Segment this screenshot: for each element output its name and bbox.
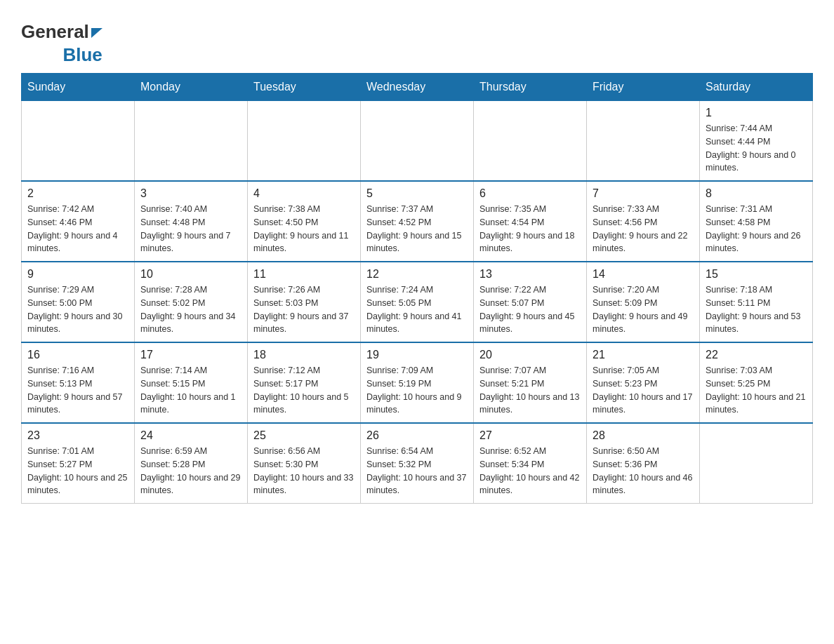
calendar-cell: 3Sunrise: 7:40 AMSunset: 4:48 PMDaylight… (135, 181, 248, 262)
calendar-cell: 19Sunrise: 7:09 AMSunset: 5:19 PMDayligh… (361, 342, 474, 423)
day-number: 21 (593, 349, 694, 361)
day-info: Sunrise: 7:01 AMSunset: 5:27 PMDaylight:… (27, 445, 128, 497)
logo-blue: Blue (62, 44, 102, 66)
day-number: 13 (479, 268, 581, 281)
calendar-cell: 15Sunrise: 7:18 AMSunset: 5:11 PMDayligh… (700, 262, 813, 342)
day-number: 26 (366, 429, 468, 442)
day-number: 27 (479, 429, 581, 442)
day-info: Sunrise: 6:52 AMSunset: 5:34 PMDaylight:… (479, 445, 581, 497)
calendar-cell: 8Sunrise: 7:31 AMSunset: 4:58 PMDaylight… (700, 181, 813, 262)
day-info: Sunrise: 7:37 AMSunset: 4:52 PMDaylight:… (366, 203, 468, 255)
day-number: 4 (253, 187, 355, 200)
calendar-week-row: 1Sunrise: 7:44 AMSunset: 4:44 PMDaylight… (22, 101, 813, 182)
day-number: 28 (593, 429, 694, 442)
calendar-cell: 22Sunrise: 7:03 AMSunset: 5:25 PMDayligh… (700, 342, 813, 423)
calendar-cell: 17Sunrise: 7:14 AMSunset: 5:15 PMDayligh… (135, 342, 248, 423)
day-info: Sunrise: 7:29 AMSunset: 5:00 PMDaylight:… (27, 283, 128, 336)
day-number: 23 (27, 429, 128, 442)
day-number: 17 (140, 349, 241, 361)
calendar-cell: 5Sunrise: 7:37 AMSunset: 4:52 PMDaylight… (361, 181, 474, 262)
calendar-cell: 9Sunrise: 7:29 AMSunset: 5:00 PMDaylight… (22, 262, 135, 342)
calendar-cell: 21Sunrise: 7:05 AMSunset: 5:23 PMDayligh… (587, 342, 700, 423)
calendar-cell: 6Sunrise: 7:35 AMSunset: 4:54 PMDaylight… (474, 181, 587, 262)
day-info: Sunrise: 6:50 AMSunset: 5:36 PMDaylight:… (593, 445, 694, 497)
day-info: Sunrise: 7:05 AMSunset: 5:23 PMDaylight:… (593, 364, 694, 417)
weekday-header-saturday: Saturday (700, 74, 813, 101)
calendar-cell (135, 101, 248, 182)
calendar-cell: 1Sunrise: 7:44 AMSunset: 4:44 PMDaylight… (700, 101, 813, 182)
day-info: Sunrise: 7:33 AMSunset: 4:56 PMDaylight:… (593, 203, 694, 255)
day-number: 18 (253, 349, 355, 361)
day-number: 2 (27, 187, 128, 200)
calendar-table: SundayMondayTuesdayWednesdayThursdayFrid… (21, 73, 813, 504)
calendar-cell: 10Sunrise: 7:28 AMSunset: 5:02 PMDayligh… (135, 262, 248, 342)
day-info: Sunrise: 7:38 AMSunset: 4:50 PMDaylight:… (253, 203, 355, 255)
day-info: Sunrise: 7:09 AMSunset: 5:19 PMDaylight:… (366, 364, 468, 417)
day-number: 16 (27, 349, 128, 361)
day-number: 22 (706, 349, 807, 361)
day-number: 6 (479, 187, 581, 200)
day-number: 3 (140, 187, 241, 200)
calendar-cell: 13Sunrise: 7:22 AMSunset: 5:07 PMDayligh… (474, 262, 587, 342)
day-info: Sunrise: 7:03 AMSunset: 5:25 PMDaylight:… (706, 364, 807, 417)
calendar-cell: 20Sunrise: 7:07 AMSunset: 5:21 PMDayligh… (474, 342, 587, 423)
day-number: 5 (366, 187, 468, 200)
day-info: Sunrise: 7:42 AMSunset: 4:46 PMDaylight:… (27, 203, 128, 255)
day-info: Sunrise: 7:24 AMSunset: 5:05 PMDaylight:… (366, 283, 468, 336)
calendar-cell: 18Sunrise: 7:12 AMSunset: 5:17 PMDayligh… (248, 342, 361, 423)
calendar-cell: 2Sunrise: 7:42 AMSunset: 4:46 PMDaylight… (22, 181, 135, 262)
calendar-cell: 26Sunrise: 6:54 AMSunset: 5:32 PMDayligh… (361, 423, 474, 504)
logo-general: General (21, 21, 89, 43)
day-info: Sunrise: 6:54 AMSunset: 5:32 PMDaylight:… (366, 445, 468, 497)
day-number: 11 (253, 268, 355, 281)
day-number: 9 (27, 268, 128, 281)
weekday-header-tuesday: Tuesday (248, 74, 361, 101)
day-info: Sunrise: 6:56 AMSunset: 5:30 PMDaylight:… (253, 445, 355, 497)
calendar-cell: 16Sunrise: 7:16 AMSunset: 5:13 PMDayligh… (22, 342, 135, 423)
calendar-cell: 28Sunrise: 6:50 AMSunset: 5:36 PMDayligh… (587, 423, 700, 504)
day-number: 7 (593, 187, 694, 200)
day-number: 19 (366, 349, 468, 361)
day-number: 24 (140, 429, 241, 442)
day-info: Sunrise: 7:20 AMSunset: 5:09 PMDaylight:… (593, 283, 694, 336)
calendar-cell (474, 101, 587, 182)
day-number: 25 (253, 429, 355, 442)
day-info: Sunrise: 7:28 AMSunset: 5:02 PMDaylight:… (140, 283, 241, 336)
day-info: Sunrise: 7:31 AMSunset: 4:58 PMDaylight:… (706, 203, 807, 255)
day-info: Sunrise: 7:12 AMSunset: 5:17 PMDaylight:… (253, 364, 355, 417)
day-info: Sunrise: 7:22 AMSunset: 5:07 PMDaylight:… (479, 283, 581, 336)
calendar-cell: 25Sunrise: 6:56 AMSunset: 5:30 PMDayligh… (248, 423, 361, 504)
calendar-cell: 23Sunrise: 7:01 AMSunset: 5:27 PMDayligh… (22, 423, 135, 504)
calendar-week-row: 23Sunrise: 7:01 AMSunset: 5:27 PMDayligh… (22, 423, 813, 504)
day-info: Sunrise: 7:44 AMSunset: 4:44 PMDaylight:… (706, 122, 807, 175)
weekday-header-thursday: Thursday (474, 74, 587, 101)
day-number: 10 (140, 268, 241, 281)
day-info: Sunrise: 7:14 AMSunset: 5:15 PMDaylight:… (140, 364, 241, 417)
day-info: Sunrise: 7:26 AMSunset: 5:03 PMDaylight:… (253, 283, 355, 336)
calendar-cell: 24Sunrise: 6:59 AMSunset: 5:28 PMDayligh… (135, 423, 248, 504)
day-info: Sunrise: 7:40 AMSunset: 4:48 PMDaylight:… (140, 203, 241, 255)
day-number: 15 (706, 268, 807, 281)
calendar-week-row: 2Sunrise: 7:42 AMSunset: 4:46 PMDaylight… (22, 181, 813, 262)
weekday-header-wednesday: Wednesday (361, 74, 474, 101)
calendar-week-row: 9Sunrise: 7:29 AMSunset: 5:00 PMDaylight… (22, 262, 813, 342)
weekday-header-friday: Friday (587, 74, 700, 101)
day-info: Sunrise: 6:59 AMSunset: 5:28 PMDaylight:… (140, 445, 241, 497)
calendar-cell: 27Sunrise: 6:52 AMSunset: 5:34 PMDayligh… (474, 423, 587, 504)
calendar-cell (587, 101, 700, 182)
calendar-cell: 12Sunrise: 7:24 AMSunset: 5:05 PMDayligh… (361, 262, 474, 342)
weekday-header-sunday: Sunday (22, 74, 135, 101)
day-info: Sunrise: 7:16 AMSunset: 5:13 PMDaylight:… (27, 364, 128, 417)
calendar-cell: 11Sunrise: 7:26 AMSunset: 5:03 PMDayligh… (248, 262, 361, 342)
day-info: Sunrise: 7:35 AMSunset: 4:54 PMDaylight:… (479, 203, 581, 255)
calendar-cell (700, 423, 813, 504)
page-header: General Blue (21, 14, 813, 66)
day-number: 1 (706, 107, 807, 119)
calendar-cell: 14Sunrise: 7:20 AMSunset: 5:09 PMDayligh… (587, 262, 700, 342)
calendar-cell: 4Sunrise: 7:38 AMSunset: 4:50 PMDaylight… (248, 181, 361, 262)
day-number: 8 (706, 187, 807, 200)
weekday-header-monday: Monday (135, 74, 248, 101)
day-number: 20 (479, 349, 581, 361)
weekday-header-row: SundayMondayTuesdayWednesdayThursdayFrid… (22, 74, 813, 101)
calendar-cell (22, 101, 135, 182)
